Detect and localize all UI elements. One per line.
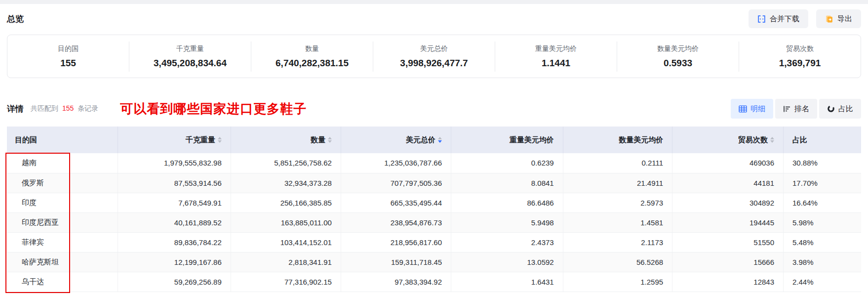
red-annotation-text: 可以看到哪些国家进口更多鞋子	[120, 100, 307, 118]
cell-country: 印度尼西亚	[7, 212, 118, 232]
export-icon	[825, 15, 833, 23]
view-detail-button[interactable]: 明细	[731, 99, 773, 119]
cell-kg-weight: 59,269,256.89	[118, 272, 231, 292]
table-row: 印度尼西亚 40,161,889.52 163,885,011.00 238,9…	[7, 212, 861, 232]
view-rank-label: 排名	[794, 104, 809, 114]
merge-icon	[757, 15, 766, 23]
cell-trade-count: 469036	[672, 153, 784, 173]
col-header-quantity[interactable]: 数量	[231, 127, 341, 153]
cell-quantity: 2,818,341.91	[231, 252, 341, 272]
cell-share: 16.64%	[784, 193, 861, 212]
details-table-wrap: 目的国 千克重量 数量 美元总价	[7, 127, 861, 292]
stat-label: 美元总价	[373, 44, 495, 53]
cell-usd-total: 1,235,036,787.66	[341, 153, 451, 173]
cell-quantity: 163,885,011.00	[231, 212, 341, 232]
table-grid-icon	[739, 105, 747, 113]
cell-quantity: 32,934,373.28	[231, 173, 341, 193]
cell-kg-weight: 89,836,784.22	[118, 232, 231, 252]
cell-usd-per-quantity: 2.1173	[563, 232, 672, 252]
table-row: 印度 7,678,549.91 256,166,385.85 665,335,4…	[7, 193, 861, 212]
merge-download-button[interactable]: 合并下载	[749, 9, 808, 28]
col-header-kg-weight[interactable]: 千克重量	[118, 127, 231, 153]
table-row: 乌干达 59,269,256.89 77,316,902.15 97,383,3…	[7, 272, 861, 292]
cell-kg-weight: 1,979,555,832.98	[118, 153, 231, 173]
cell-usd-total: 238,954,876.73	[341, 212, 451, 232]
stat-label: 千克重量	[129, 44, 251, 53]
cell-usd-per-quantity: 0.2111	[563, 153, 672, 173]
sort-icon[interactable]	[328, 137, 332, 143]
cell-usd-per-quantity: 1.2595	[563, 272, 672, 292]
cell-usd-per-weight: 86.6486	[451, 193, 563, 212]
header-buttons: 合并下载 导出	[749, 9, 861, 28]
export-button[interactable]: 导出	[816, 9, 861, 28]
cell-usd-total: 707,797,505.36	[341, 173, 451, 193]
cell-usd-per-quantity: 21.4911	[563, 173, 672, 193]
cell-share: 5.48%	[784, 232, 861, 252]
cell-usd-total: 665,335,495.44	[341, 193, 451, 212]
cell-usd-per-quantity: 2.5973	[563, 193, 672, 212]
cell-trade-count: 304892	[672, 193, 784, 212]
view-rank-button[interactable]: 排名	[775, 99, 817, 119]
cell-quantity: 256,166,385.85	[231, 193, 341, 212]
cell-trade-count: 12843	[672, 272, 784, 292]
view-detail-label: 明细	[750, 104, 765, 114]
cell-usd-total: 218,956,817.60	[341, 232, 451, 252]
cell-trade-count: 15666	[672, 252, 784, 272]
stat-quantity: 数量 6,740,282,381.15	[251, 42, 373, 72]
cell-kg-weight: 7,678,549.91	[118, 193, 231, 212]
cell-quantity: 103,414,152.01	[231, 232, 341, 252]
col-header-trade-count[interactable]: 贸易次数	[672, 127, 784, 153]
cell-usd-total: 159,311,718.45	[341, 252, 451, 272]
stat-usd-per-quantity: 数量美元均价 0.5933	[617, 42, 739, 72]
table-row: 越南 1,979,555,832.98 5,851,256,758.62 1,2…	[7, 153, 861, 173]
stat-label: 数量美元均价	[617, 44, 739, 53]
col-header-usd-per-weight: 重量美元均价	[451, 127, 563, 153]
match-info: 共匹配到 155 条记录	[31, 104, 98, 113]
cell-country: 哈萨克斯坦	[7, 252, 118, 272]
summary-stats-card: 目的国 155 千克重量 3,495,208,834.64 数量 6,740,2…	[7, 35, 861, 78]
cell-usd-total: 97,383,394.92	[341, 272, 451, 292]
cell-share: 17.70%	[784, 173, 861, 193]
details-bar: 详情 共匹配到 155 条记录 可以看到哪些国家进口更多鞋子 明细	[7, 99, 861, 119]
view-share-button[interactable]: 占比	[819, 99, 861, 119]
sort-icon[interactable]	[770, 137, 774, 143]
col-header-usd-per-quantity: 数量美元均价	[563, 127, 672, 153]
cell-share: 5.98%	[784, 212, 861, 232]
cell-usd-per-weight: 13.0592	[451, 252, 563, 272]
col-header-usd-total[interactable]: 美元总价	[341, 127, 451, 153]
view-share-label: 占比	[838, 104, 853, 114]
cell-trade-count: 44181	[672, 173, 784, 193]
stat-usd-per-weight: 重量美元均价 1.1441	[495, 42, 617, 72]
stat-destination-country: 目的国 155	[7, 42, 129, 72]
stat-label: 目的国	[7, 44, 129, 53]
stat-value: 0.5933	[617, 58, 739, 69]
sort-icon[interactable]	[218, 137, 222, 143]
stat-label: 重量美元均价	[495, 44, 617, 53]
cell-quantity: 77,316,902.15	[231, 272, 341, 292]
cell-trade-count: 51550	[672, 232, 784, 252]
stat-value: 1,369,791	[739, 58, 861, 69]
table-row: 俄罗斯 87,553,914.56 32,934,373.28 707,797,…	[7, 173, 861, 193]
donut-chart-icon	[827, 105, 835, 113]
sort-icon-active-desc[interactable]	[438, 137, 442, 143]
stat-usd-total: 美元总价 3,998,926,477.7	[373, 42, 495, 72]
details-table: 目的国 千克重量 数量 美元总价	[7, 127, 861, 292]
table-header-row: 目的国 千克重量 数量 美元总价	[7, 127, 861, 153]
cell-country: 乌干达	[7, 272, 118, 292]
stat-label: 数量	[251, 44, 373, 53]
cell-share: 3.98%	[784, 252, 861, 272]
cell-share: 2.44%	[784, 272, 861, 292]
view-switcher: 明细 排名 占比	[731, 99, 861, 119]
ranking-bars-icon	[783, 105, 791, 113]
cell-kg-weight: 40,161,889.52	[118, 212, 231, 232]
stat-trade-count: 贸易次数 1,369,791	[739, 42, 861, 72]
cell-quantity: 5,851,256,758.62	[231, 153, 341, 173]
cell-usd-per-quantity: 56.5268	[563, 252, 672, 272]
cell-usd-per-weight: 2.4373	[451, 232, 563, 252]
stat-label: 贸易次数	[739, 44, 861, 53]
stat-kg-weight: 千克重量 3,495,208,834.64	[129, 42, 251, 72]
stat-value: 6,740,282,381.15	[251, 58, 373, 69]
cell-usd-per-quantity: 1.4581	[563, 212, 672, 232]
details-title: 详情	[7, 103, 24, 115]
export-label: 导出	[837, 14, 852, 24]
